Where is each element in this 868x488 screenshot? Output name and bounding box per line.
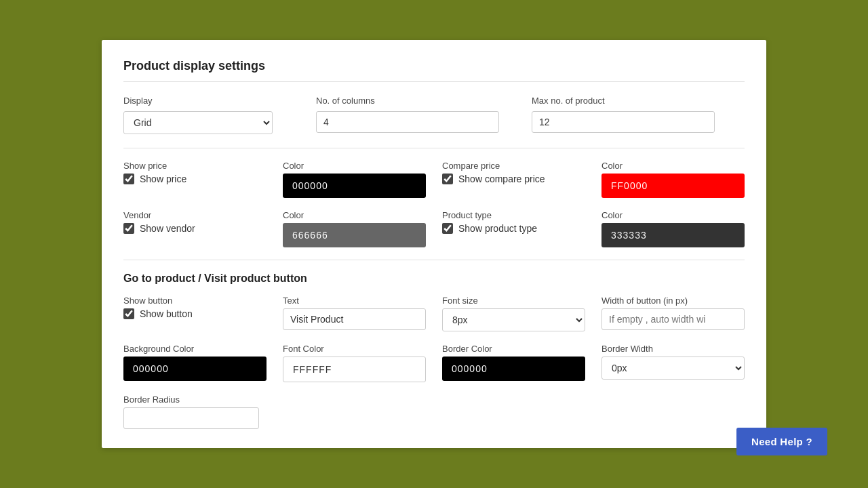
- max-product-label: Max no. of product: [532, 96, 715, 106]
- font-color-group: Font Color FFFFFF: [283, 344, 426, 382]
- border-color-label: Border Color: [442, 344, 585, 354]
- font-color-label: Font Color: [283, 344, 426, 354]
- border-width-label: Border Width: [601, 344, 745, 354]
- button-settings-row: Show button Show button Text Font size 6…: [123, 296, 745, 331]
- show-product-type-checkbox-row: Show product type: [442, 223, 585, 234]
- price-color-box[interactable]: 000000: [283, 174, 426, 198]
- divider-1: [123, 148, 745, 148]
- need-help-button[interactable]: Need Help ?: [736, 428, 827, 455]
- show-button-checkbox-row: Show button: [123, 308, 267, 319]
- font-color-box[interactable]: FFFFFF: [283, 357, 426, 382]
- show-price-section-label: Show price: [123, 161, 267, 171]
- show-vendor-group: Vendor Show vendor: [123, 210, 267, 247]
- compare-color-group: Color FF0000: [601, 161, 745, 198]
- display-field-group: Display Grid List: [123, 96, 273, 134]
- button-width-label: Width of button (in px): [601, 296, 745, 306]
- vendor-color-label: Color: [283, 210, 426, 220]
- button-section-title: Go to product / Visit product button: [123, 272, 745, 285]
- border-radius-group: Border Radius: [123, 394, 745, 429]
- show-button-group: Show button Show button: [123, 296, 267, 331]
- max-product-field-group: Max no. of product: [532, 96, 715, 133]
- button-color-row: Background Color 000000 Font Color FFFFF…: [123, 344, 745, 382]
- show-compare-price-group: Compare price Show compare price: [442, 161, 585, 198]
- button-text-label: Text: [283, 296, 426, 306]
- show-compare-price-checkbox-label: Show compare price: [458, 174, 545, 184]
- max-product-input[interactable]: [532, 111, 715, 133]
- vendor-color-group: Color 666666: [283, 210, 426, 247]
- font-size-label: Font size: [442, 296, 585, 306]
- button-width-group: Width of button (in px): [601, 296, 745, 331]
- price-color-group: Color 000000: [283, 161, 426, 198]
- show-product-type-group: Product type Show product type: [442, 210, 585, 247]
- show-product-type-checkbox[interactable]: [442, 223, 453, 234]
- divider-2: [123, 260, 745, 260]
- bg-color-label: Background Color: [123, 344, 267, 354]
- price-row: Show price Show price Color 000000 Compa…: [123, 161, 745, 198]
- show-price-group: Show price Show price: [123, 161, 267, 198]
- show-compare-price-checkbox-row: Show compare price: [442, 174, 585, 184]
- show-compare-price-checkbox[interactable]: [442, 174, 453, 184]
- font-size-select[interactable]: 6px 8px 10px 12px 14px 16px: [442, 308, 585, 331]
- show-vendor-checkbox-label: Show vendor: [140, 223, 195, 234]
- settings-card: Product display settings Display Grid Li…: [102, 40, 766, 448]
- vendor-color-box[interactable]: 666666: [283, 223, 426, 247]
- button-text-input[interactable]: [283, 308, 426, 330]
- border-width-group: Border Width 0px 1px 2px 3px 4px: [601, 344, 745, 382]
- product-type-section-label: Product type: [442, 210, 585, 220]
- compare-price-section-label: Compare price: [442, 161, 585, 171]
- product-type-color-label: Color: [601, 210, 745, 220]
- compare-color-box[interactable]: FF0000: [601, 174, 745, 198]
- border-radius-label: Border Radius: [123, 394, 745, 405]
- vendor-row: Vendor Show vendor Color 666666 Product …: [123, 210, 745, 247]
- bg-color-group: Background Color 000000: [123, 344, 267, 382]
- button-text-group: Text: [283, 296, 426, 331]
- product-type-color-group: Color 333333: [601, 210, 745, 247]
- border-radius-input[interactable]: [123, 407, 259, 429]
- button-width-input[interactable]: [601, 308, 745, 330]
- border-color-group: Border Color 000000: [442, 344, 585, 382]
- product-type-color-box[interactable]: 333333: [601, 223, 745, 247]
- show-button-checkbox-label: Show button: [140, 308, 193, 319]
- show-price-checkbox-label: Show price: [140, 174, 186, 184]
- show-button-checkbox[interactable]: [123, 308, 134, 319]
- border-color-box[interactable]: 000000: [442, 357, 585, 381]
- show-vendor-checkbox[interactable]: [123, 223, 134, 234]
- columns-field-group: No. of columns: [316, 96, 499, 133]
- bg-color-box[interactable]: 000000: [123, 357, 267, 381]
- font-size-group: Font size 6px 8px 10px 12px 14px 16px: [442, 296, 585, 331]
- top-settings-row: Display Grid List No. of columns Max no.…: [123, 96, 745, 134]
- show-price-checkbox-row: Show price: [123, 174, 267, 184]
- price-color-label: Color: [283, 161, 426, 171]
- border-width-select[interactable]: 0px 1px 2px 3px 4px: [601, 357, 745, 380]
- columns-input[interactable]: [316, 111, 499, 133]
- columns-label: No. of columns: [316, 96, 499, 106]
- show-product-type-checkbox-label: Show product type: [458, 223, 537, 234]
- display-label: Display: [123, 96, 273, 106]
- show-vendor-checkbox-row: Show vendor: [123, 223, 267, 234]
- card-title: Product display settings: [123, 59, 745, 82]
- show-button-section-label: Show button: [123, 296, 267, 306]
- display-select[interactable]: Grid List: [123, 111, 273, 134]
- compare-color-label: Color: [601, 161, 745, 171]
- show-price-checkbox[interactable]: [123, 174, 134, 184]
- show-vendor-section-label: Vendor: [123, 210, 267, 220]
